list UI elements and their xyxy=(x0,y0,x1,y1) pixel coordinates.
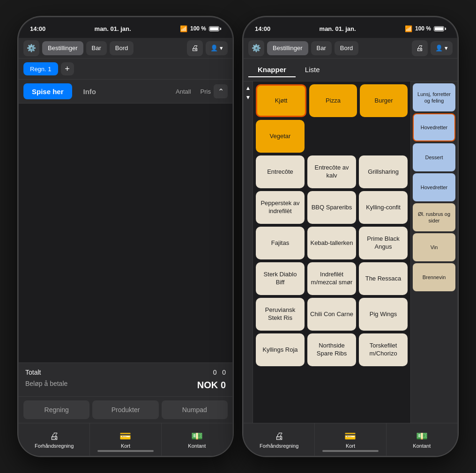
products-row-7: Kyllings Roja Northside Spare Ribs Torsk… xyxy=(256,333,408,366)
forhandsregning-button-right[interactable]: 🖨 Forhåndsregning xyxy=(244,423,315,456)
kontant-button-left[interactable]: 💵 Kontant xyxy=(162,423,232,456)
user-icon-right: 👤 xyxy=(435,44,443,52)
product-empty-1b xyxy=(359,120,408,153)
cat-brennevin[interactable]: Brennevin xyxy=(413,263,455,291)
nav-bar-left-btn[interactable]: Bar xyxy=(86,41,107,55)
mode-info[interactable]: Info xyxy=(75,83,105,99)
product-pig-wings[interactable]: Pig Wings xyxy=(359,298,408,331)
product-indrefilet[interactable]: Indrefilét m/mezcal smør xyxy=(307,262,356,295)
totalt-values: 0 0 xyxy=(213,369,226,376)
tab-add-button[interactable]: + xyxy=(61,62,74,75)
wifi-icon-left: 📶 xyxy=(180,25,187,32)
product-kebab[interactable]: Kebab-tallerken xyxy=(307,227,356,259)
kontant-icon-left: 💵 xyxy=(191,430,203,442)
product-peruviansk[interactable]: Peruviansk Stekt Ris xyxy=(256,298,305,331)
time-right: 14:00 xyxy=(255,25,270,32)
product-kyllings-roja[interactable]: Kyllings Roja xyxy=(256,333,305,366)
regning-button[interactable]: Regning xyxy=(23,400,89,419)
product-ressaca[interactable]: The Ressaca xyxy=(359,262,408,295)
left-phone: 14:00 man. 01. jan. 📶 100 % ⚙️ Bestillin… xyxy=(18,16,233,457)
kontant-button-right[interactable]: 💵 Kontant xyxy=(387,423,457,456)
products-row-2: Entrecôte Entrecôte av kalv Grillsharing xyxy=(256,155,408,188)
scroll-indicator: ▲ ▼ xyxy=(244,81,253,423)
product-burger[interactable]: Burger xyxy=(360,84,408,117)
product-chili-con-carne[interactable]: Chili Con Carne xyxy=(307,298,356,331)
produkter-button[interactable]: Produkter xyxy=(92,400,158,419)
cat-hovedretter-2[interactable]: Hovedretter xyxy=(413,173,455,201)
belop-amount: NOK 0 xyxy=(197,380,226,391)
scroll-up-btn[interactable]: ▲ xyxy=(245,84,252,92)
tab-knapper[interactable]: Knapper xyxy=(248,62,296,77)
settings-button-right[interactable]: ⚙️ xyxy=(248,40,264,56)
battery-pct-left: 100 % xyxy=(190,25,206,32)
tab-bar-left: Regn. 1 + xyxy=(19,59,232,80)
product-fajitas[interactable]: Fajitas xyxy=(256,227,305,259)
products-row-6: Peruviansk Stekt Ris Chili Con Carne Pig… xyxy=(256,298,408,331)
mode-spise-her[interactable]: Spise her xyxy=(23,83,72,99)
nav-bord-right[interactable]: Bord xyxy=(335,41,358,55)
user-button-left[interactable]: 👤 ▾ xyxy=(206,41,228,55)
cat-vin[interactable]: Vin xyxy=(413,233,455,261)
product-kylling-confit[interactable]: Kylling-confit xyxy=(359,191,408,224)
date-right: man. 01. jan. xyxy=(320,25,356,32)
forhandsregning-icon-right: 🖨 xyxy=(275,431,284,442)
forhandsregning-button-left[interactable]: 🖨 Forhåndsregning xyxy=(19,423,90,456)
products-row-4: Fajitas Kebab-tallerken Prime Black Angu… xyxy=(256,227,408,259)
product-kjott[interactable]: Kjøtt xyxy=(256,84,306,117)
nav-bestillinger-left[interactable]: Bestillinger xyxy=(42,41,83,55)
product-pizza[interactable]: Pizza xyxy=(309,84,357,117)
product-prime-black-angus[interactable]: Prime Black Angus xyxy=(359,227,408,259)
chevron-down-icon-left: ▾ xyxy=(220,44,223,52)
products-grid: Kjøtt Pizza Burger Vegetar Entrecôte Ent… xyxy=(253,81,410,423)
right-phone: 14:00 man. 01. jan. 📶 100 % ⚙️ Bestillin… xyxy=(243,16,458,457)
pris-header: Pris xyxy=(201,88,211,95)
nav-bar-right-btn[interactable]: Bar xyxy=(311,41,332,55)
products-row-5: Sterk Diablo Biff Indrefilét m/mezcal sm… xyxy=(256,262,408,295)
product-pepperstek[interactable]: Pepperstek av indrefilèt xyxy=(256,191,305,224)
nav-bestillinger-right[interactable]: Bestillinger xyxy=(267,41,308,55)
numpad-button[interactable]: Numpad xyxy=(162,400,228,419)
home-indicator-right xyxy=(322,450,379,452)
nav-bar-right: ⚙️ Bestillinger Bar Bord 🖨 👤 ▾ xyxy=(244,38,457,59)
nav-bord-left[interactable]: Bord xyxy=(110,41,134,55)
product-bbq[interactable]: BBQ Spareribs xyxy=(307,191,356,224)
products-row-3: Pepperstek av indrefilèt BBQ Spareribs K… xyxy=(256,191,408,224)
kort-icon-right: 💳 xyxy=(344,430,356,442)
expand-button[interactable]: ⌃ xyxy=(214,84,228,98)
tab-liste[interactable]: Liste xyxy=(296,62,329,77)
date-left: man. 01. jan. xyxy=(95,25,131,32)
user-button-right[interactable]: 👤 ▾ xyxy=(431,41,453,55)
product-torskefilet[interactable]: Torskefilet m/Chorizo xyxy=(359,333,408,366)
cat-ol-rusbrus[interactable]: Øl. rusbrus og sider xyxy=(413,203,455,231)
product-vegetar[interactable]: Vegetar xyxy=(256,120,305,153)
settings-button-left[interactable]: ⚙️ xyxy=(23,40,39,56)
action-buttons: Regning Produkter Numpad xyxy=(19,396,232,423)
product-sterk-diablo[interactable]: Sterk Diablo Biff xyxy=(256,262,305,295)
belop-row: Beløp å betale NOK 0 xyxy=(25,379,226,392)
products-layout: ▲ ▼ Kjøtt Pizza Burger Vegetar xyxy=(244,81,457,423)
product-empty-1a xyxy=(307,120,356,153)
tab-regn1[interactable]: Regn. 1 xyxy=(23,62,58,75)
totalt-label: Totalt xyxy=(25,369,41,376)
order-area xyxy=(19,103,232,362)
scroll-down-btn[interactable]: ▼ xyxy=(245,94,252,101)
wifi-icon-right: 📶 xyxy=(405,25,412,32)
forhandsregning-icon-left: 🖨 xyxy=(50,431,59,442)
print-button-right[interactable]: 🖨 xyxy=(412,40,428,56)
totalt-row: Totalt 0 0 xyxy=(25,368,226,377)
battery-icon-right xyxy=(434,26,446,31)
cat-hovedretter-1[interactable]: Hovedretter xyxy=(413,113,455,141)
antall-header: Antall xyxy=(176,88,191,95)
print-button-left[interactable]: 🖨 xyxy=(187,40,203,56)
product-grillsharing[interactable]: Grillsharing xyxy=(359,155,408,188)
cat-dessert[interactable]: Dessert xyxy=(413,143,455,171)
product-entrecote[interactable]: Entrecôte xyxy=(256,155,305,188)
cat-lunsj[interactable]: Lunsj, forretter og feling xyxy=(413,83,455,111)
product-entrecote-kalv[interactable]: Entrecôte av kalv xyxy=(307,155,356,188)
home-indicator-left xyxy=(97,450,154,452)
products-row-1: Vegetar xyxy=(256,120,408,153)
product-northside[interactable]: Northside Spare Ribs xyxy=(307,333,356,366)
column-headers: Antall Pris xyxy=(176,88,211,95)
time-left: 14:00 xyxy=(30,25,45,32)
nav-bar-left: ⚙️ Bestillinger Bar Bord 🖨 👤 ▾ xyxy=(19,38,232,59)
